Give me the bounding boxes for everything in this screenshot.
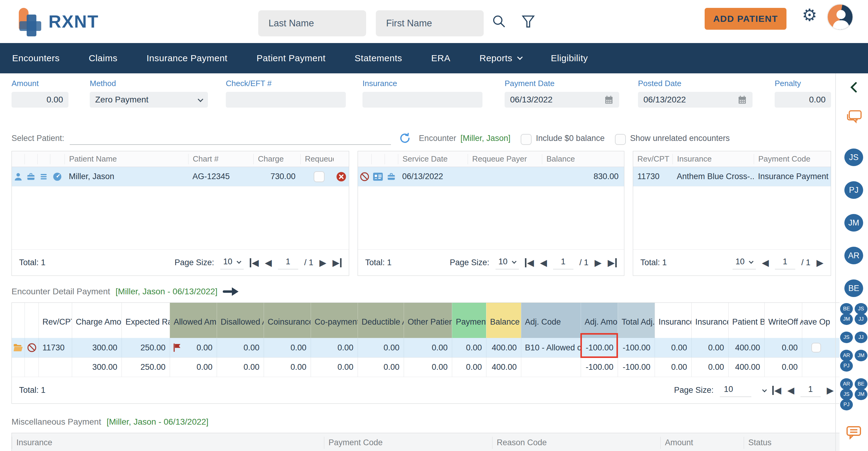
adj-amount-cell[interactable]: -100.00 — [581, 338, 618, 357]
nav-insurance-payment[interactable]: Insurance Payment — [146, 53, 227, 63]
avatar-small[interactable]: BE — [855, 378, 867, 390]
prev-page-button[interactable]: ◀ — [540, 258, 547, 267]
refresh-icon[interactable] — [399, 132, 411, 145]
first-name-input[interactable] — [376, 10, 484, 36]
prev-page-button[interactable]: ◀ — [762, 258, 769, 267]
arrow-right-icon[interactable] — [223, 287, 239, 296]
encounter-total: Total: 1 — [365, 258, 392, 267]
briefcase-icon[interactable] — [384, 167, 398, 186]
avatar-js[interactable]: JS — [844, 149, 863, 166]
page-size-select[interactable]: 10 — [720, 383, 751, 397]
last-page-button[interactable]: ▶ — [333, 258, 342, 267]
avatar-ar[interactable]: AR — [844, 247, 863, 264]
page-size-select[interactable]: 10 — [496, 256, 519, 269]
revcpt-row[interactable]: 11730 Anthem Blue Cross-... Insurance Pa… — [633, 167, 831, 186]
nav-eligibility[interactable]: Eligibility — [551, 53, 588, 63]
next-page-button[interactable]: ▶ — [816, 258, 824, 267]
nav-encounters[interactable]: Encounters — [12, 53, 60, 63]
avatar-small[interactable]: AR — [840, 378, 853, 390]
nav-claims[interactable]: Claims — [89, 53, 118, 63]
search-icon[interactable] — [491, 13, 507, 30]
filter-icon[interactable] — [520, 13, 536, 30]
show-unrelated-checkbox[interactable] — [615, 134, 626, 145]
payment-date-input[interactable]: 06/13/2022 — [505, 92, 619, 108]
sum-total-adj: -100.00 — [618, 358, 655, 377]
payment-amount-cell: 0.00 — [452, 338, 486, 357]
page-number-input[interactable]: 1 — [553, 256, 574, 269]
avatar-small[interactable]: JJ — [855, 313, 867, 325]
select-patient-input[interactable] — [70, 133, 391, 145]
encounter-pagination: Page Size: 10 ◀ ◀ 1 / 1 ▶ ▶ — [450, 256, 617, 269]
no-entry-icon[interactable] — [25, 338, 38, 357]
avatar-small[interactable]: AR — [840, 350, 853, 361]
prev-page-button[interactable]: ◀ — [265, 258, 272, 267]
page-size-select[interactable]: 10 — [220, 256, 244, 269]
message-icon[interactable] — [846, 425, 862, 440]
avatar-jm[interactable]: JM — [844, 214, 863, 232]
collapse-sidebar-icon[interactable] — [850, 82, 858, 93]
method-select[interactable]: Zero Payment — [90, 92, 208, 108]
posted-date-value: 06/13/2022 — [644, 95, 686, 104]
adj-code-cell[interactable]: B10 - Allowed c — [521, 338, 581, 357]
nav-statements[interactable]: Statements — [354, 53, 402, 63]
rxnt-logo[interactable]: RXNT — [19, 6, 99, 36]
last-page-button[interactable]: ▶ — [608, 258, 617, 267]
leave-open-checkbox[interactable] — [811, 343, 821, 353]
include-zero-balance-checkbox[interactable] — [521, 134, 532, 145]
avatar-small[interactable]: JM — [840, 313, 853, 325]
posted-date-input[interactable]: 06/13/2022 — [638, 92, 752, 108]
misc-payment-subtitle: [Miller, Jason - 06/13/2022] — [107, 417, 209, 427]
page-size-label: Page Size: — [674, 386, 714, 395]
gear-icon[interactable]: ⚙ — [802, 7, 817, 24]
insurance-input[interactable] — [363, 92, 483, 108]
encounter-detail-row[interactable]: 11730 300.00 250.00 0.00 0.00 0.00 0.00 … — [12, 338, 856, 357]
page-number-input[interactable]: 1 — [775, 256, 795, 269]
patient-row[interactable]: Miller, Jason AG-12345 730.00 — [12, 167, 349, 186]
encounter-row[interactable]: 06/13/2022 830.00 — [358, 167, 624, 186]
avatar-small[interactable]: JS — [840, 389, 853, 400]
next-page-button[interactable]: ▶ — [319, 258, 327, 267]
avatar-small[interactable]: JS — [855, 303, 867, 314]
avatar-be[interactable]: BE — [844, 279, 863, 297]
first-page-button[interactable]: ◀ — [250, 258, 259, 267]
sum-copayment: 0.00 — [311, 358, 358, 377]
insurance-label: Insurance — [363, 79, 483, 88]
briefcase-icon[interactable] — [25, 167, 37, 186]
chat-bubbles-icon[interactable] — [845, 110, 862, 125]
amount-input[interactable] — [11, 92, 68, 108]
folder-icon[interactable] — [12, 338, 25, 357]
avatar-small[interactable]: JJ — [855, 332, 867, 343]
page-number-input[interactable]: 1 — [278, 256, 298, 269]
avatar-small[interactable]: JS — [840, 332, 853, 343]
avatar-small[interactable]: JM — [855, 350, 867, 361]
avatar-small[interactable]: PJ — [840, 360, 853, 371]
id-card-icon[interactable] — [371, 167, 384, 186]
avatar-small[interactable]: JM — [855, 389, 867, 400]
last-name-input[interactable] — [258, 10, 366, 36]
first-page-button[interactable]: ◀ — [772, 386, 781, 395]
add-patient-button[interactable]: ADD PATIENT — [705, 8, 786, 30]
avatar-small[interactable]: PJ — [840, 399, 853, 411]
check-eft-input[interactable] — [226, 92, 346, 108]
gauge-icon[interactable] — [50, 167, 65, 186]
page-number-input[interactable]: 1 — [800, 383, 821, 397]
page-size-select[interactable]: 10 — [733, 256, 756, 269]
penalty-input[interactable] — [775, 92, 831, 108]
prev-page-button[interactable]: ◀ — [787, 386, 794, 395]
no-entry-icon[interactable] — [358, 167, 371, 186]
next-page-button[interactable]: ▶ — [827, 386, 834, 395]
avatar-small[interactable]: BE — [840, 303, 853, 314]
nav-era[interactable]: ERA — [431, 53, 451, 63]
nav-patient-payment[interactable]: Patient Payment — [256, 53, 326, 63]
page-of: / 1 — [580, 258, 589, 267]
menu-icon[interactable] — [37, 167, 50, 186]
first-page-button[interactable]: ◀ — [525, 258, 534, 267]
user-avatar[interactable] — [827, 4, 854, 30]
avatar-pj[interactable]: PJ — [844, 181, 863, 199]
nav-reports[interactable]: Reports — [479, 53, 522, 63]
penalty-field: Penalty — [775, 79, 831, 108]
remove-patient-icon[interactable] — [334, 167, 349, 186]
patient-icon[interactable] — [12, 167, 25, 186]
next-page-button[interactable]: ▶ — [595, 258, 601, 267]
requeue-checkbox[interactable] — [314, 171, 324, 182]
